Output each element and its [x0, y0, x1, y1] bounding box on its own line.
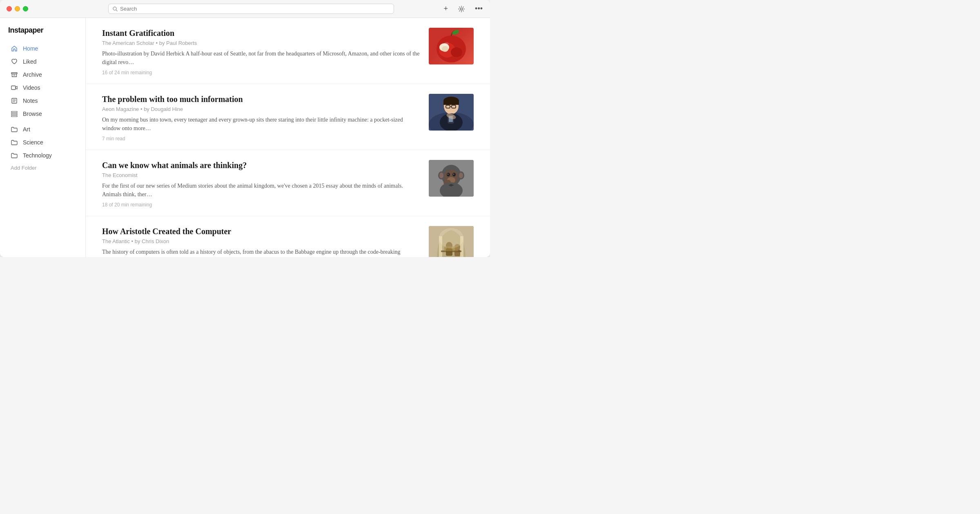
folder-science-icon	[11, 139, 18, 146]
article-item[interactable]: How Aristotle Created the Computer The A…	[86, 216, 490, 257]
titlebar-actions: + •••	[443, 4, 483, 13]
article-text: How Aristotle Created the Computer The A…	[102, 226, 421, 257]
article-excerpt: On my morning bus into town, every teena…	[102, 115, 421, 133]
article-title: Can we know what animals are thinking?	[102, 160, 421, 171]
folder-art-icon	[11, 126, 18, 133]
traffic-lights	[7, 6, 28, 11]
app-window: + ••• Instapaper	[0, 0, 490, 257]
content-area: Instant Gratification The American Schol…	[86, 18, 490, 257]
sidebar-item-technology[interactable]: Technology	[2, 149, 83, 162]
sidebar-item-science[interactable]: Science	[2, 136, 83, 149]
sidebar-item-home[interactable]: Home	[2, 42, 83, 55]
video-icon	[11, 84, 18, 91]
titlebar: + •••	[0, 0, 490, 18]
main-layout: Instapaper Home	[0, 18, 490, 257]
more-button[interactable]: •••	[474, 4, 483, 13]
sidebar-label-archive: Archive	[23, 71, 42, 78]
sidebar-label-notes: Notes	[23, 97, 38, 104]
svg-point-40	[448, 174, 449, 175]
svg-point-2	[460, 8, 462, 10]
archive-icon	[11, 71, 18, 78]
article-meta: 18 of 20 min remaining	[102, 202, 421, 208]
sidebar-nav: Home Liked	[0, 42, 85, 174]
search-bar	[108, 4, 394, 14]
svg-point-16	[442, 46, 448, 52]
svg-point-54	[439, 228, 463, 248]
article-item[interactable]: Can we know what animals are thinking? T…	[86, 150, 490, 216]
svg-point-41	[453, 174, 454, 175]
article-thumbnail	[429, 160, 474, 197]
sidebar: Instapaper Home	[0, 18, 86, 257]
svg-point-0	[113, 7, 116, 10]
settings-button[interactable]	[457, 5, 466, 13]
sidebar-label-technology: Technology	[23, 152, 52, 159]
article-title: How Aristotle Created the Computer	[102, 226, 421, 237]
article-title: Instant Gratification	[102, 28, 421, 38]
article-source: The Atlantic • by Chris Dixon	[102, 238, 421, 244]
sidebar-item-videos[interactable]: Videos	[2, 81, 83, 94]
article-text: Instant Gratification The American Schol…	[102, 28, 421, 75]
svg-rect-10	[11, 113, 17, 115]
article-source: The American Scholar • by Paul Roberts	[102, 40, 421, 46]
sidebar-label-liked: Liked	[23, 58, 36, 65]
sidebar-label-browse: Browse	[23, 111, 42, 117]
article-thumbnail	[429, 94, 474, 131]
svg-point-14	[451, 47, 462, 57]
sidebar-item-notes[interactable]: Notes	[2, 94, 83, 107]
article-thumbnail	[429, 28, 474, 64]
article-source: The Economist	[102, 172, 421, 178]
folder-technology-icon	[11, 152, 18, 159]
svg-point-36	[459, 173, 463, 178]
sidebar-item-archive[interactable]: Archive	[2, 68, 83, 81]
sidebar-label-home: Home	[23, 45, 38, 52]
sidebar-label-science: Science	[23, 139, 43, 146]
search-input[interactable]	[120, 6, 390, 12]
app-logo: Instapaper	[0, 24, 85, 42]
sidebar-label-videos: Videos	[23, 84, 40, 91]
add-folder-button[interactable]: Add Folder	[2, 162, 83, 174]
article-item[interactable]: Instant Gratification The American Schol…	[86, 18, 490, 84]
browse-icon	[11, 110, 18, 117]
article-text: Can we know what animals are thinking? T…	[102, 160, 421, 208]
article-list: Instant Gratification The American Schol…	[86, 18, 490, 257]
article-title: The problem with too much information	[102, 94, 421, 104]
article-thumbnail	[429, 226, 474, 257]
svg-rect-11	[11, 115, 17, 117]
sidebar-label-art: Art	[23, 126, 30, 133]
sidebar-item-browse[interactable]: Browse	[2, 107, 83, 120]
maximize-button[interactable]	[23, 6, 28, 11]
svg-line-1	[116, 10, 118, 11]
svg-rect-23	[443, 101, 459, 105]
heart-icon	[11, 58, 18, 65]
home-icon	[11, 45, 18, 52]
article-meta: 7 min read	[102, 136, 421, 142]
add-button[interactable]: +	[443, 4, 449, 13]
sidebar-item-art[interactable]: Art	[2, 123, 83, 136]
article-text: The problem with too much information Ae…	[102, 94, 421, 142]
svg-rect-4	[11, 86, 16, 90]
article-excerpt: The history of computers is often told a…	[102, 248, 421, 257]
svg-rect-9	[11, 111, 17, 113]
search-icon	[113, 7, 118, 11]
article-source: Aeon Magazine • by Dougald Hine	[102, 106, 421, 112]
article-excerpt: For the first of our new series of Mediu…	[102, 182, 421, 199]
svg-point-35	[439, 173, 443, 178]
article-item[interactable]: The problem with too much information Ae…	[86, 84, 490, 150]
svg-point-17	[452, 29, 460, 36]
svg-rect-3	[11, 73, 17, 74]
article-meta: 16 of 24 min remaining	[102, 70, 421, 75]
notes-icon	[11, 97, 18, 104]
minimize-button[interactable]	[15, 6, 20, 11]
close-button[interactable]	[7, 6, 12, 11]
article-excerpt: Photo-illustration by David Herbick A ha…	[102, 49, 421, 66]
sidebar-item-liked[interactable]: Liked	[2, 55, 83, 68]
